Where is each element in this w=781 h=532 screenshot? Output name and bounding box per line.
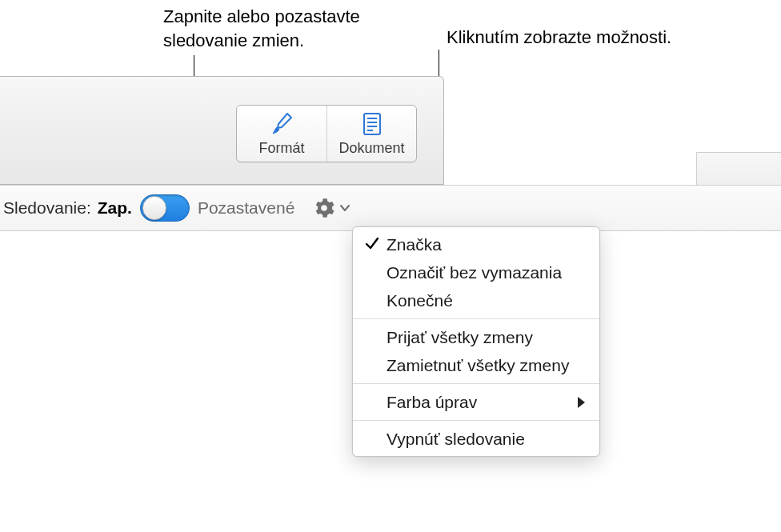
callout-toggle-tracking: Zapnite alebo pozastavte sledovanie zmie… (163, 5, 427, 52)
panel-edge (696, 152, 781, 186)
menu-separator (353, 383, 599, 384)
menu-item-label: Značka (386, 235, 442, 254)
callout-show-options: Kliknutím zobrazte možnosti. (447, 26, 767, 50)
menu-item-label: Farba úprav (386, 393, 477, 412)
document-page-icon (362, 110, 382, 138)
tracking-bar: Sledovanie: Zap. Pozastavené (0, 185, 781, 231)
tracking-options-menu: Značka Označiť bez vymazania Konečné Pri… (352, 226, 600, 457)
menu-item-turn-off-tracking[interactable]: Vypnúť sledovanie (353, 425, 599, 453)
menu-item-label: Vypnúť sledovanie (386, 430, 525, 449)
menu-separator (353, 420, 599, 421)
document-button-label: Dokument (338, 140, 404, 157)
toggle-knob (142, 196, 166, 220)
gear-icon (314, 198, 334, 218)
menu-separator (353, 318, 599, 319)
menu-item-final[interactable]: Konečné (353, 286, 599, 314)
menu-item-label: Zamietnuť všetky zmeny (386, 356, 569, 375)
menu-item-label: Prijať všetky zmeny (386, 328, 533, 347)
menu-item-markup-no-delete[interactable]: Označiť bez vymazania (353, 258, 599, 286)
tracking-options-button[interactable] (310, 194, 354, 222)
menu-item-markup[interactable]: Značka (353, 230, 599, 258)
toolbar-button-group: Formát Dokument (236, 105, 417, 162)
tracking-toggle[interactable] (140, 194, 190, 222)
svg-rect-0 (364, 114, 380, 134)
document-button[interactable]: Dokument (326, 106, 416, 162)
format-button-label: Formát (258, 140, 304, 157)
menu-item-author-color[interactable]: Farba úprav (353, 388, 599, 416)
callout-text: Kliknutím zobrazte možnosti. (447, 27, 671, 47)
toolbar: Formát Dokument (0, 76, 444, 185)
chevron-down-icon (339, 202, 350, 214)
tracking-state-paused: Pozastavené (190, 198, 310, 218)
callout-text: Zapnite alebo pozastavte sledovanie zmie… (163, 6, 360, 50)
checkmark-icon (364, 235, 380, 251)
menu-item-label: Konečné (386, 291, 453, 310)
format-paintbrush-icon (270, 110, 294, 138)
format-button[interactable]: Formát (237, 106, 326, 162)
menu-item-accept-all[interactable]: Prijať všetky zmeny (353, 323, 599, 351)
tracking-label: Sledovanie: (0, 198, 98, 218)
tracking-state-on: Zap. (98, 198, 140, 218)
menu-item-label: Označiť bez vymazania (386, 263, 562, 282)
menu-item-reject-all[interactable]: Zamietnuť všetky zmeny (353, 351, 599, 379)
submenu-arrow-icon (578, 397, 585, 408)
